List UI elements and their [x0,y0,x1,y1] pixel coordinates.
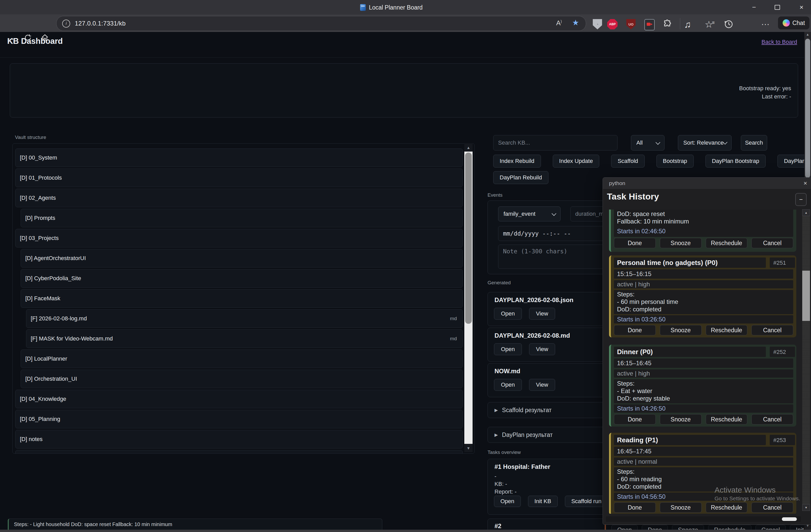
reschedule-button[interactable]: Reschedule [706,238,748,248]
reschedule-button[interactable]: Reschedule [706,414,748,424]
action-button[interactable]: Index Update [553,155,599,168]
extension-recorder-button[interactable] [644,19,655,30]
activate-windows-watermark: Activate Windows [715,486,776,495]
done-button[interactable]: Done [614,325,656,335]
th-scroll-down-button[interactable]: ▼ [802,504,810,511]
view-button[interactable]: View [529,379,555,391]
open-button[interactable]: Open [494,379,522,391]
action-button[interactable]: DayPlan Bootstrap [705,155,766,168]
extension-privacy-button[interactable]: ◔ [593,19,602,29]
copilot-chat-button[interactable]: Chat [778,16,809,29]
vault-item[interactable]: [D] Prompts [21,209,463,227]
activate-windows-subtext: Go to Settings to activate Windows. [715,496,800,502]
media-control-button[interactable]: ♫ [684,19,691,30]
window-close-button[interactable]: × [796,2,807,12]
vault-item[interactable]: [D] LocalPlanner [21,349,463,368]
vault-item-label: [F] 2026-02-08-log.md [31,315,87,322]
history-card-time-box: 16:45–17:45 [614,447,793,456]
hscrollbar-thumb[interactable] [782,517,797,521]
collections-button[interactable]: ☆ ≡ [705,19,713,30]
address-bar[interactable]: i 127.0.0.1:7331/kb [56,16,586,31]
history-card-step-line: DoD: space reset [614,210,793,218]
toolbar-divider [680,18,680,29]
reschedule-button[interactable]: Reschedule [706,502,748,513]
task-card-button[interactable]: Scaffold run [565,496,608,507]
vault-item[interactable]: [F] 2026-02-08-log.mdmd [26,309,463,328]
tree-scrollbar-thumb[interactable] [465,153,472,324]
board-status-panel: Bootstrap ready: yes Last error: - [10,63,798,118]
favorite-button[interactable]: ★ [572,18,579,27]
tree-scroll-down-icon[interactable]: ▼ [464,444,473,452]
task-history-close-button[interactable]: × [804,179,807,187]
done-button[interactable]: Done [614,414,656,424]
th-scrollbar-track[interactable] [802,216,810,504]
task-history-minimize-button[interactable]: − [795,193,807,206]
history-card-time: 16:15–16:45 [614,359,793,368]
th-scroll-up-button[interactable]: ▲ [802,209,810,216]
url-text[interactable]: 127.0.0.1:7331/kb [75,20,126,27]
vault-item-label: [D] 01_Protocols [20,174,62,181]
done-button[interactable]: Done [614,238,656,248]
history-card-title: Dinner (P0) [617,348,766,356]
extensions-menu-button[interactable] [662,19,673,30]
task-card-title: #1 Hospital: Father [494,463,550,470]
snooze-button[interactable]: Snooze [660,238,702,248]
action-button[interactable]: Index Rebuild [493,155,541,168]
task-card-button[interactable]: Init KB [528,496,558,507]
sort-select[interactable]: Sort: Relevance [678,135,732,151]
cancel-button[interactable]: Cancel [751,414,793,424]
tree-scroll-up-icon[interactable]: ▲ [464,143,473,152]
task-history-titlebar[interactable]: python × [603,177,811,189]
vault-item[interactable]: [D] 04_Knowledge [15,390,463,408]
tab-title[interactable]: Local Planner Board [369,4,423,11]
browser-settings-button[interactable]: … [761,17,770,27]
tree-scrollbar[interactable] [464,152,473,444]
view-button[interactable]: View [529,308,555,319]
vault-item[interactable]: [D] 05_Planning [15,410,463,428]
th-scrollbar-thumb[interactable] [802,271,810,321]
read-aloud-button[interactable]: A) [556,19,562,27]
cancel-button[interactable]: Cancel [751,238,793,248]
extension-ublock-button[interactable]: UO [626,19,636,29]
search-input[interactable]: Search KB... [493,135,617,151]
snooze-button[interactable]: Snooze [660,414,702,424]
vault-item-label: [D] 02_Agents [20,194,56,201]
vault-item[interactable]: [D] Vault_Work [15,450,463,454]
page-scrollbar-thumb[interactable] [805,39,810,178]
event-type-select[interactable]: family_event [498,206,561,221]
snooze-button[interactable]: Snooze [660,325,702,335]
history-button[interactable] [724,19,734,30]
vault-item[interactable]: [D] CyberPodolia_Site [21,269,463,288]
vault-item[interactable]: [D] AgentOrchestratorUI [21,249,463,268]
cancel-button[interactable]: Cancel [751,502,793,513]
open-button[interactable]: Open [494,343,522,355]
scope-select[interactable]: All [631,135,664,151]
view-button[interactable]: View [529,343,555,355]
vault-item[interactable]: [F] MASK for Video-Webcam.mdmd [26,329,463,348]
site-info-icon[interactable]: i [62,20,70,28]
snooze-button[interactable]: Snooze [660,502,702,513]
search-button[interactable]: Search [741,135,767,151]
action-button[interactable]: Bootstrap [657,155,694,168]
vault-item[interactable]: [D] 03_Projects [15,229,463,248]
task-history-hscrollbar[interactable] [606,516,801,522]
vault-item[interactable]: [D] 01_Protocols [15,169,463,187]
vault-item-label: [D] 05_Planning [20,416,60,422]
open-button[interactable]: Open [494,308,522,319]
reschedule-button[interactable]: Reschedule [706,325,748,335]
action-button[interactable]: Scaffold [611,155,644,168]
vault-item[interactable]: [D] 00_System [15,148,463,167]
window-minimize-button[interactable]: − [748,2,760,12]
vault-item[interactable]: [D] FaceMask [21,289,463,308]
cancel-button[interactable]: Cancel [751,325,793,335]
window-maximize-button[interactable] [771,2,783,12]
page-scroll-up-icon[interactable]: ▲ [804,32,811,36]
task-card-button[interactable]: Open [494,496,521,507]
vault-item[interactable]: [D] Orchestration_UI [21,370,463,388]
vault-item[interactable]: [D] 02_Agents [15,189,463,207]
done-button[interactable]: Done [614,502,656,513]
vault-item[interactable]: [D] notes [15,430,463,449]
back-to-board-link[interactable]: Back to Board [762,39,797,45]
action-button[interactable]: DayPlan Rebuild [493,171,548,184]
extension-adblock-plus-button[interactable]: ABP [607,19,617,29]
